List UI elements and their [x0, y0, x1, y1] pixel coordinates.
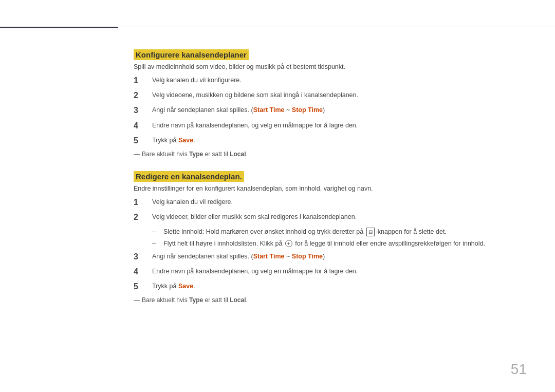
- note-text: Bare aktuelt hvis Type er satt til Local…: [142, 151, 248, 158]
- sub-dash: –: [152, 239, 160, 249]
- step-item: 1 Velg kanalen du vil konfigurere.: [134, 76, 524, 85]
- note-text: Bare aktuelt hvis Type er satt til Local…: [142, 296, 248, 304]
- type-label: Type: [189, 151, 203, 158]
- section1-title-wrapper: Konfigurere kanalsendeplaner: [134, 50, 524, 59]
- step-number: 4: [134, 267, 148, 276]
- step-item: 5 Trykk på Save.: [134, 136, 524, 145]
- step-number: 1: [134, 197, 148, 207]
- sub-item: – Flytt helt til høyre i innholdslisten.…: [152, 239, 524, 249]
- section2-note: ― Bare aktuelt hvis Type er satt til Loc…: [134, 296, 524, 304]
- section2-steps: 1 Velg kanalen du vil redigere. 2 Velg v…: [134, 197, 524, 291]
- page-container: Konfigurere kanalsendeplaner Spill av me…: [0, 0, 555, 392]
- section1-title: Konfigurere kanalsendeplaner: [134, 49, 249, 60]
- step-number: 2: [134, 90, 148, 100]
- section-edit: Redigere en kanalsendeplan. Endre innsti…: [134, 172, 524, 304]
- step-number: 3: [134, 252, 148, 262]
- step-number: 3: [134, 105, 148, 115]
- section1-steps: 1 Velg kanalen du vil konfigurere. 2 Vel…: [134, 76, 524, 145]
- section2-title-wrapper: Redigere en kanalsendeplan.: [134, 172, 524, 181]
- main-content: Konfigurere kanalsendeplaner Spill av me…: [118, 27, 555, 392]
- step-text: Velg videoer, bilder eller musikk som sk…: [152, 212, 524, 222]
- step-text: Endre navn på kanalsendeplanen, og velg …: [152, 267, 524, 276]
- save-label: Save: [178, 137, 193, 144]
- sub-dash: –: [152, 227, 160, 237]
- step-item: 2 Velg videoene, musikken og bildene som…: [134, 90, 524, 100]
- step-item: 3 Angi når sendeplanen skal spilles. (St…: [134, 105, 524, 115]
- page-number: 51: [511, 361, 527, 378]
- step-number: 4: [134, 121, 148, 130]
- section2-subtitle: Endre innstillinger for en konfigurert k…: [134, 185, 524, 192]
- step-item: 5 Trykk på Save.: [134, 282, 524, 291]
- step-item: 1 Velg kanalen du vil redigere.: [134, 197, 524, 207]
- delete-icon: ⊟: [366, 228, 375, 236]
- section2-title: Redigere en kanalsendeplan.: [134, 171, 244, 182]
- step-text: Velg kanalen du vil konfigurere.: [152, 76, 524, 85]
- step-text: Angi når sendeplanen skal spilles. (Star…: [152, 252, 524, 262]
- plus-icon: +: [285, 240, 292, 247]
- note-dash: ―: [134, 151, 140, 158]
- step-text: Velg kanalen du vil redigere.: [152, 197, 524, 207]
- section1-note: ― Bare aktuelt hvis Type er satt til Loc…: [134, 151, 524, 158]
- step-item: 4 Endre navn på kanalsendeplanen, og vel…: [134, 121, 524, 130]
- step-item: 3 Angi når sendeplanen skal spilles. (St…: [134, 252, 524, 262]
- stop-time-label: Stop Time: [292, 106, 323, 114]
- section1-subtitle: Spill av medieinnhold som video, bilder …: [134, 63, 524, 70]
- save-label: Save: [178, 283, 193, 290]
- start-time-label: Start Time: [253, 106, 285, 114]
- sub-text: Flytt helt til høyre i innholdslisten. K…: [163, 239, 485, 249]
- step-text: Angi når sendeplanen skal spilles. (Star…: [152, 105, 524, 115]
- type-label: Type: [189, 296, 203, 304]
- start-time-label: Start Time: [253, 253, 285, 260]
- step-text: Trykk på Save.: [152, 136, 524, 145]
- sidebar: [0, 27, 118, 42]
- sub-text: Slette innhold: Hold markøren over ønske…: [163, 227, 447, 237]
- sub-item: – Slette innhold: Hold markøren over øns…: [152, 227, 524, 237]
- note-dash: ―: [134, 296, 140, 304]
- step-number: 5: [134, 136, 148, 145]
- local-label: Local: [230, 151, 246, 158]
- step-item: 2 Velg videoer, bilder eller musikk som …: [134, 212, 524, 222]
- step-text: Trykk på Save.: [152, 282, 524, 291]
- step-text: Velg videoene, musikken og bildene som s…: [152, 90, 524, 100]
- stop-time-label: Stop Time: [292, 253, 323, 260]
- sub-items-wrapper: – Slette innhold: Hold markøren over øns…: [152, 227, 524, 249]
- step-text: Endre navn på kanalsendeplanen, og velg …: [152, 121, 524, 130]
- step-number: 2: [134, 212, 148, 222]
- step-number: 1: [134, 76, 148, 85]
- local-label: Local: [230, 296, 246, 304]
- section-configure: Konfigurere kanalsendeplaner Spill av me…: [134, 50, 524, 158]
- step-item: 4 Endre navn på kanalsendeplanen, og vel…: [134, 267, 524, 276]
- step-number: 5: [134, 282, 148, 291]
